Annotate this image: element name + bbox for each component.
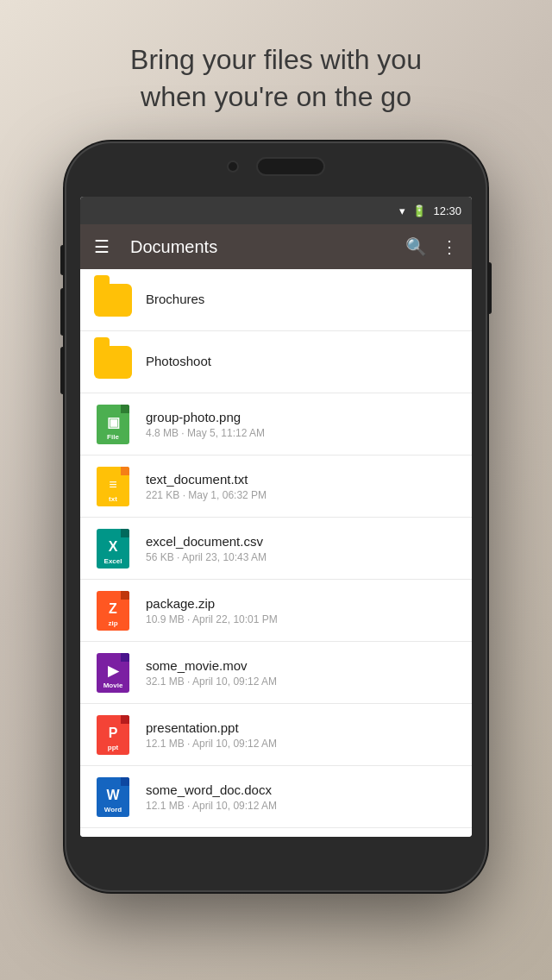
file-type-icon: Zzip: [94, 588, 132, 633]
phone-shell: ▾ 🔋 12:30 ☰ Documents 🔍 ⋮: [65, 141, 487, 892]
list-item[interactable]: WWordsome_word_doc.docx12.1 MB · April 1…: [80, 766, 472, 828]
page-headline: Bring your files with you when you're on…: [78, 0, 474, 133]
file-type-icon: ▣File: [94, 402, 132, 447]
file-meta: 56 KB · April 23, 10:43 AM: [146, 551, 458, 563]
status-bar: ▾ 🔋 12:30: [80, 197, 472, 224]
file-info: excel_document.csv56 KB · April 23, 10:4…: [146, 534, 458, 563]
list-item[interactable]: Brochures: [80, 269, 472, 331]
file-info: package.zip10.9 MB · April 22, 10:01 PM: [146, 596, 458, 625]
file-info: group-photo.png4.8 MB · May 5, 11:12 AM: [146, 410, 458, 439]
list-item[interactable]: ▶Moviesome_movie.mov32.1 MB · April 10, …: [80, 642, 472, 704]
file-name: package.zip: [146, 596, 458, 611]
folder-icon: [94, 340, 132, 385]
file-name: group-photo.png: [146, 410, 458, 424]
file-name: excel_document.csv: [146, 534, 458, 549]
file-type-icon: ≡txt: [94, 464, 132, 509]
list-item[interactable]: Photoshoot: [80, 331, 472, 393]
file-info: text_document.txt221 KB · May 1, 06:32 P…: [146, 472, 458, 501]
file-name: text_document.txt: [146, 472, 458, 487]
file-name: some_word_doc.docx: [146, 782, 458, 797]
toolbar-title: Documents: [123, 237, 392, 257]
battery-icon: 🔋: [412, 204, 426, 217]
file-meta: 12.1 MB · April 10, 09:12 AM: [146, 800, 458, 812]
file-type-icon: WWord: [94, 775, 132, 820]
folder-name: Brochures: [146, 292, 458, 306]
status-time: 12:30: [433, 204, 461, 217]
hamburger-menu-button[interactable]: ☰: [91, 233, 113, 261]
silent-button: [60, 347, 65, 394]
file-info: some_word_doc.docx12.1 MB · April 10, 09…: [146, 782, 458, 812]
phone-screen: ▾ 🔋 12:30 ☰ Documents 🔍 ⋮: [80, 197, 472, 837]
file-info: Brochures: [146, 292, 458, 309]
list-item[interactable]: ≡txttext_document.txt221 KB · May 1, 06:…: [80, 455, 472, 518]
speaker-grille: [256, 157, 325, 176]
file-type-icon: XExcel: [94, 526, 132, 571]
file-info: some_movie.mov32.1 MB · April 10, 09:12 …: [146, 658, 458, 688]
file-name: presentation.ppt: [146, 720, 458, 735]
file-meta: 221 KB · May 1, 06:32 PM: [146, 489, 458, 501]
phone-device: ▾ 🔋 12:30 ☰ Documents 🔍 ⋮: [65, 141, 487, 892]
file-name: some_movie.mov: [146, 658, 458, 673]
folder-icon: [94, 278, 132, 323]
toolbar-actions: 🔍 ⋮: [402, 233, 461, 261]
file-info: presentation.ppt12.1 MB · April 10, 09:1…: [146, 720, 458, 750]
volume-down-button: [60, 288, 65, 336]
folder-name: Photoshoot: [146, 354, 458, 368]
list-item[interactable]: ▣Filegroup-photo.png4.8 MB · May 5, 11:1…: [80, 393, 472, 455]
more-options-button[interactable]: ⋮: [437, 233, 461, 261]
toolbar: ☰ Documents 🔍 ⋮: [80, 224, 472, 269]
file-meta: 32.1 MB · April 10, 09:12 AM: [146, 675, 458, 688]
file-meta: 4.8 MB · May 5, 11:12 AM: [146, 427, 458, 439]
file-list: Brochures Photoshoot ▣Filegroup-photo.pn…: [80, 269, 472, 837]
list-item[interactable]: Zzippackage.zip10.9 MB · April 22, 10:01…: [80, 580, 472, 642]
camera-dot: [227, 160, 239, 173]
file-type-icon: Pppt: [94, 713, 132, 757]
list-item[interactable]: XExcelexcel_document.csv56 KB · April 23…: [80, 518, 472, 580]
search-button[interactable]: 🔍: [402, 233, 430, 261]
file-meta: 10.9 MB · April 22, 10:01 PM: [146, 613, 458, 625]
list-item[interactable]: Ppptpresentation.ppt12.1 MB · April 10, …: [80, 704, 472, 766]
phone-top-bar: [227, 157, 325, 176]
file-meta: 12.1 MB · April 10, 09:12 AM: [146, 738, 458, 750]
volume-up-button: [60, 245, 65, 275]
file-info: Photoshoot: [146, 354, 458, 371]
wifi-icon: ▾: [399, 204, 405, 217]
power-button: [487, 262, 492, 314]
file-type-icon: ▶Movie: [94, 650, 132, 695]
